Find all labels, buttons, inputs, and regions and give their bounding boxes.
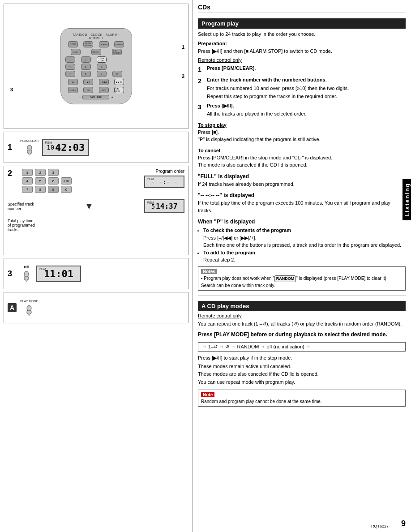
specified-track-label: Specified track number <box>8 202 34 211</box>
right-step2-sub2: Repeat this step to program the tracks i… <box>207 93 406 100</box>
num-1[interactable]: 1 <box>22 169 33 176</box>
btn-4[interactable]: 4 <box>65 64 75 70</box>
dashes-text: If the total play time of the program ex… <box>198 199 406 214</box>
prep-text: Press [▶/II] and then [■ ALARM STOP] to … <box>198 47 406 55</box>
step1-icon-label: PGM/CLEAR <box>20 139 39 142</box>
btn-1[interactable]: 1 <box>65 56 75 63</box>
num-5[interactable]: 5 <box>35 177 46 184</box>
num-2[interactable]: 2 <box>35 169 46 176</box>
step1-icon: PGM/CLEAR <box>20 139 39 156</box>
svg-rect-3 <box>24 276 29 280</box>
btn-3-pgm[interactable]: 3 PGMCLEAR <box>97 56 107 63</box>
svg-point-2 <box>24 271 29 277</box>
cd-play-modes-header: A CD play modes <box>198 301 406 311</box>
hand-press-icon-a <box>23 304 35 316</box>
section-a-icon: PLAY MODE <box>20 300 38 316</box>
svg-point-4 <box>27 305 31 311</box>
btn-0[interactable]: 0 <box>112 71 122 77</box>
num-4[interactable]: 4 <box>22 177 33 184</box>
dimmer-btn[interactable]: DIMMER <box>114 41 124 47</box>
btn-5[interactable]: 5 <box>81 64 91 70</box>
step2-pgm-badge2: PGM <box>147 201 154 204</box>
arrow-down-icon: ▼ <box>85 201 94 211</box>
sleep-btn[interactable]: SLEEP <box>71 49 81 55</box>
volume-control: – VOLUME + <box>65 95 127 99</box>
right-step1: 1 Press [PGM/CLEAR]. <box>198 64 406 74</box>
remote-only-label-2: Remote control only <box>198 313 406 318</box>
when-p-item2: To add to the program Repeat step 2. <box>203 249 406 264</box>
when-p-item2-title: To add to the program <box>203 250 255 255</box>
num-9[interactable]: 9 <box>48 186 59 193</box>
btn-7[interactable]: 7 <box>65 71 75 77</box>
step1-display: PGM 10 42:03 <box>42 139 89 156</box>
step1-pgm-badge: PGM <box>45 141 52 144</box>
num-3[interactable]: 3 <box>48 169 59 176</box>
rqt-code: RQT6227 <box>371 524 389 528</box>
step2-pgm-badge1: PGM <box>147 177 154 180</box>
stop-btn[interactable]: ■ <box>68 79 78 85</box>
clock-alarm-btn[interactable]: CLOCKALARM <box>83 41 93 47</box>
program-order-label: Program order <box>156 169 184 174</box>
step2-number: 2 <box>8 169 17 193</box>
stop-play-text: Press [■]. "P" is displayed indicating t… <box>198 129 406 143</box>
press-start-text: Press [▶/II] to start play if in the sto… <box>198 355 406 361</box>
stop-play-title: To stop play <box>198 122 406 128</box>
step2-display2-text: 14:37 <box>156 202 177 210</box>
prev-btn[interactable]: –/|◀◀ <box>99 79 109 85</box>
when-p-list: To check the contents of the program Pre… <box>198 227 406 264</box>
page-number: 9 <box>401 519 406 528</box>
next-btn[interactable]: ▶▶|/+ <box>114 79 124 85</box>
step3-pgm-badge: PGM <box>39 267 46 270</box>
note2: Search can be done within track only. <box>201 282 402 289</box>
right-step3-content: Press [▶/II]. All the tracks are played … <box>207 102 406 118</box>
note-text-2: Random and program play cannot be done a… <box>201 398 402 405</box>
when-p-item1-text: Press [–/|◀◀] or [▶▶|/+].Each time one o… <box>203 235 401 248</box>
play-pause-btn[interactable]: ▶II <box>83 79 93 85</box>
subwoofer-btn[interactable]: SUB-WOOFER <box>112 49 122 55</box>
remote-body: TAPE/CD · CLOCK · ALARM · DIMMER DOZE CL… <box>60 28 132 104</box>
left-panel: TAPE/CD · CLOCK · ALARM · DIMMER DOZE CL… <box>0 0 193 532</box>
btn-2[interactable]: 2 <box>81 56 91 63</box>
num-8[interactable]: 8 <box>35 186 46 193</box>
notes-text: • Program play does not work when "RANDO… <box>201 275 402 289</box>
modes-lines: These modes remain active until canceled… <box>198 363 406 386</box>
dashes-title: "-- --:-- --" is displayed <box>198 192 406 198</box>
num-6[interactable]: 6 <box>48 177 59 184</box>
section-a-icon-label: PLAY MODE <box>20 300 38 303</box>
play-mode-bold: Press [PLAY MODE] before or during playb… <box>198 330 406 339</box>
page-header: CDs <box>198 4 406 13</box>
full-title: "FULL" is displayed <box>198 173 406 180</box>
cd-modes-intro: You can repeat one track (1 –↺), all tra… <box>198 320 406 328</box>
step3-display: PGM 11:01 <box>36 266 81 282</box>
right-step2-num: 2 <box>198 76 207 100</box>
right-step3-bold: Press [▶/II]. <box>207 103 234 108</box>
section-a-letter: A <box>8 303 17 312</box>
step3-number: 3 <box>8 269 17 279</box>
step2-display2: PGM 5 14:37 <box>144 199 184 213</box>
btn-8[interactable]: 8 <box>81 71 91 77</box>
mode-flow: → 1–↺ → ↺ → RANDOM → off (no indication)… <box>198 342 406 352</box>
btn-6[interactable]: 6 <box>97 64 107 70</box>
step1-track: 10 <box>47 144 54 151</box>
num-0[interactable]: 0 <box>61 186 72 193</box>
btn-9[interactable]: 9 <box>97 71 107 77</box>
hand-press-icon-3 <box>20 270 33 282</box>
right-step1-num: 1 <box>198 64 207 74</box>
num-7[interactable]: 7 <box>22 186 33 193</box>
alarm-btn[interactable]: ALARM <box>99 41 109 47</box>
when-p-title: When "P" is displayed <box>198 219 406 225</box>
remote-illustration: TAPE/CD · CLOCK · ALARM · DIMMER DOZE CL… <box>4 4 188 129</box>
right-step1-text: Press [PGM/CLEAR]. <box>207 64 406 74</box>
remote-only-label: Remote control only <box>198 57 406 63</box>
note1: • Program play does not work when "RANDO… <box>201 275 402 283</box>
right-step3: 3 Press [▶/II]. All the tracks are playe… <box>198 102 406 118</box>
preset-btn[interactable]: PRESET ↕ <box>91 49 101 55</box>
callout-3: 3 <box>10 87 184 92</box>
callout-2: 2 <box>182 73 184 79</box>
right-step3-sub: All the tracks are played in the selecte… <box>207 110 406 118</box>
doze-btn[interactable]: DOZE <box>68 41 78 47</box>
num-ge10[interactable]: ≥10 <box>61 177 72 184</box>
number-grid: 1 2 3 PGMCLEAR 4 5 6 7 8 9 0 <box>65 56 127 77</box>
cancel-text: Press [PGM/CLEAR] in the stop mode and "… <box>198 154 406 169</box>
remote-top-label: TAPE/CD · CLOCK · ALARM · DIMMER <box>65 33 127 39</box>
